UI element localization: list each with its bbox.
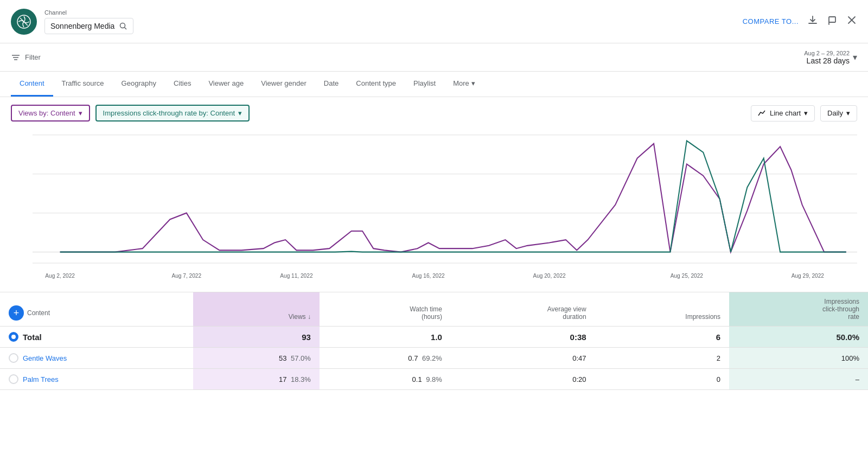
metric2-label: Impressions click-through rate by: Conte… (103, 109, 235, 117)
chart-controls: Views by: Content ▾ Impressions click-th… (0, 97, 868, 129)
total-watch-time: 1.0 (320, 327, 451, 348)
date-range-selector[interactable]: Aug 2 – 29, 2022 Last 28 days ▾ (804, 50, 857, 65)
interval-chevron: ▾ (846, 109, 850, 117)
filter-icon (11, 53, 21, 62)
tab-more[interactable]: More ▾ (444, 72, 484, 97)
palm-trees-ctr: – (729, 369, 868, 390)
palm-trees-label: Palm Trees (0, 369, 193, 390)
search-icon (119, 22, 127, 30)
channel-selector[interactable]: Sonnenberg Media (44, 18, 133, 34)
more-chevron-icon: ▾ (471, 79, 475, 87)
interval-button[interactable]: Daily ▾ (820, 105, 857, 122)
data-table: + Content Views ↓ Watch time(hours) Aver… (0, 292, 868, 390)
tab-content[interactable]: Content (11, 72, 53, 97)
svg-point-1 (120, 23, 125, 28)
tab-date[interactable]: Date (315, 72, 347, 97)
tab-viewer-age[interactable]: Viewer age (200, 72, 252, 97)
channel-name: Sonnenberg Media (50, 22, 114, 30)
close-icon[interactable] (846, 15, 857, 28)
chart-type-button[interactable]: Line chart ▾ (751, 105, 815, 122)
gentle-waves-avg-duration: 0:47 (451, 348, 595, 369)
date-dropdown-arrow: ▾ (853, 52, 857, 62)
gentle-waves-views: 53 57.0% (193, 348, 320, 369)
palm-trees-views: 17 18.3% (193, 369, 320, 390)
tabs-bar: Content Traffic source Geography Cities … (0, 72, 868, 97)
chart-type-label: Line chart (770, 109, 801, 117)
metric1-dropdown[interactable]: Views by: Content ▾ (11, 105, 90, 122)
table-row-total: Total 93 1.0 0:38 6 50.0% (0, 327, 868, 348)
metric1-chevron-icon: ▾ (79, 109, 82, 117)
header-icons (807, 15, 857, 28)
flag-icon[interactable] (827, 15, 838, 28)
chart-type-chevron: ▾ (804, 109, 808, 117)
chart-container: 30 20 10 0 75.0% 50.0% 25.0% 0.0% Aug 2,… (0, 129, 868, 292)
chart-metric-dropdowns: Views by: Content ▾ Impressions click-th… (11, 105, 250, 122)
filter-section[interactable]: Filter (11, 53, 41, 62)
svg-text:Aug 7, 2022: Aug 7, 2022 (171, 273, 201, 279)
download-icon[interactable] (807, 15, 818, 28)
chart-type-controls: Line chart ▾ Daily ▾ (751, 105, 857, 122)
palm-trees-avg-duration: 0:20 (451, 369, 595, 390)
total-views: 93 (193, 327, 320, 348)
total-avg-duration: 0:38 (451, 327, 595, 348)
gentle-waves-ctr: 100% (729, 348, 868, 369)
header-right: COMPARE TO... (743, 15, 857, 28)
compare-button[interactable]: COMPARE TO... (743, 17, 799, 25)
filter-bar: Filter Aug 2 – 29, 2022 Last 28 days ▾ (0, 43, 868, 72)
col-header-views: Views ↓ (193, 292, 320, 327)
tab-traffic-source[interactable]: Traffic source (53, 72, 113, 97)
line-chart-icon (758, 109, 767, 118)
add-column-button[interactable]: + (9, 305, 24, 321)
data-table-section: + Content Views ↓ Watch time(hours) Aver… (0, 292, 868, 390)
date-period: Last 28 days (804, 56, 850, 65)
date-range: Aug 2 – 29, 2022 Last 28 days (804, 50, 850, 65)
channel-section: Channel Sonnenberg Media (44, 9, 133, 34)
logo (11, 9, 37, 35)
palm-trees-watch-time: 0.1 9.8% (320, 369, 451, 390)
table-row: Gentle Waves 53 57.0% 0.7 69.2% 0:47 2 1… (0, 348, 868, 369)
metric2-dropdown[interactable]: Impressions click-through rate by: Conte… (95, 105, 250, 122)
date-range-label: Aug 2 – 29, 2022 (804, 50, 850, 56)
metric2-chevron-icon: ▾ (238, 109, 242, 117)
col-header-avg-duration: Average viewduration (451, 292, 595, 327)
svg-text:Aug 2, 2022: Aug 2, 2022 (45, 273, 75, 279)
svg-text:Aug 29, 2022: Aug 29, 2022 (792, 273, 824, 279)
interval-label: Daily (827, 109, 843, 117)
total-ctr: 50.0% (729, 327, 868, 348)
total-label: Total (0, 327, 193, 348)
gentle-waves-label: Gentle Waves (0, 348, 193, 369)
svg-rect-3 (829, 17, 835, 22)
gentle-waves-watch-time: 0.7 69.2% (320, 348, 451, 369)
header: Channel Sonnenberg Media COMPARE TO... (0, 0, 868, 43)
header-left: Channel Sonnenberg Media (11, 9, 133, 35)
metric1-label: Views by: Content (18, 109, 75, 117)
svg-text:Aug 20, 2022: Aug 20, 2022 (533, 273, 565, 279)
col-header-watch-time: Watch time(hours) (320, 292, 451, 327)
svg-line-2 (125, 27, 127, 29)
chart-svg: 30 20 10 0 75.0% 50.0% 25.0% 0.0% Aug 2,… (33, 129, 857, 286)
palm-trees-impressions: 0 (595, 369, 729, 390)
col-header-content: + Content (0, 292, 193, 327)
gentle-waves-radio[interactable] (9, 353, 18, 363)
tab-content-type[interactable]: Content type (347, 72, 405, 97)
palm-trees-radio[interactable] (9, 374, 18, 384)
tab-playlist[interactable]: Playlist (405, 72, 444, 97)
gentle-waves-impressions: 2 (595, 348, 729, 369)
total-impressions: 6 (595, 327, 729, 348)
svg-text:Aug 25, 2022: Aug 25, 2022 (671, 273, 703, 279)
table-row: Palm Trees 17 18.3% 0.1 9.8% 0:20 0 – (0, 369, 868, 390)
svg-text:Aug 11, 2022: Aug 11, 2022 (280, 273, 312, 279)
total-radio[interactable] (9, 332, 18, 342)
tab-cities[interactable]: Cities (165, 72, 200, 97)
col-header-impressions: Impressions (595, 292, 729, 327)
channel-label: Channel (44, 9, 133, 16)
col-header-ctr: Impressionsclick-throughrate (729, 292, 868, 327)
tab-viewer-gender[interactable]: Viewer gender (252, 72, 315, 97)
svg-text:Aug 16, 2022: Aug 16, 2022 (412, 273, 444, 279)
filter-label: Filter (25, 53, 41, 61)
tab-geography[interactable]: Geography (113, 72, 165, 97)
